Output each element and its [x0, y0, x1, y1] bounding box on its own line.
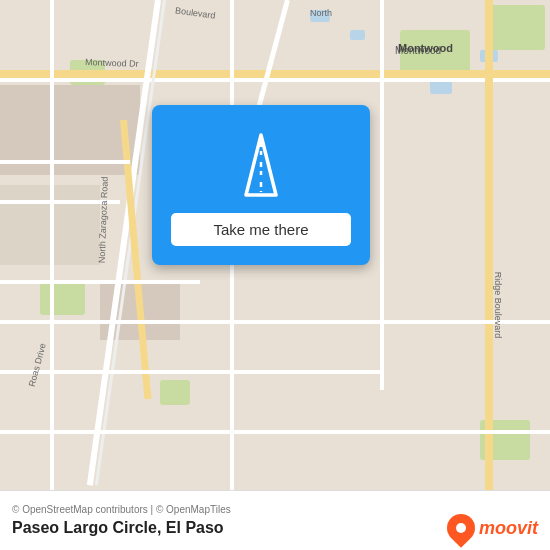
road-h-major [0, 320, 550, 324]
map-label-montwood-area: Montwood [398, 42, 453, 54]
road-v [380, 0, 384, 390]
blue-block [430, 80, 452, 94]
park-area [40, 280, 85, 315]
map-label-montwood-dr: Montwood Dr [85, 57, 139, 69]
blue-block [350, 30, 365, 40]
map-label-ridge: Ridge Boulevard [493, 272, 503, 339]
road-horizontal [0, 78, 550, 82]
take-me-there-button[interactable]: Take me there [171, 213, 351, 246]
navigation-card: Take me there [152, 105, 370, 265]
road-horizontal [0, 70, 550, 78]
park-area [160, 380, 190, 405]
park-area [490, 5, 545, 50]
road-icon [221, 125, 301, 205]
road-h [0, 430, 550, 434]
road-h [0, 160, 130, 164]
moovit-logo: moovit [447, 514, 538, 542]
road-v [50, 0, 54, 490]
bottom-bar: © OpenStreetMap contributors | © OpenMap… [0, 490, 550, 550]
road-vertical [485, 0, 493, 490]
road-svg [226, 130, 296, 200]
road-h [0, 370, 380, 374]
map-container: Boulevard North Montwood Montwood Dr Nor… [0, 0, 550, 490]
moovit-brand-name: moovit [479, 518, 538, 539]
map-label-north: North [310, 8, 332, 18]
moovit-icon [441, 508, 481, 548]
road-h [0, 280, 200, 284]
